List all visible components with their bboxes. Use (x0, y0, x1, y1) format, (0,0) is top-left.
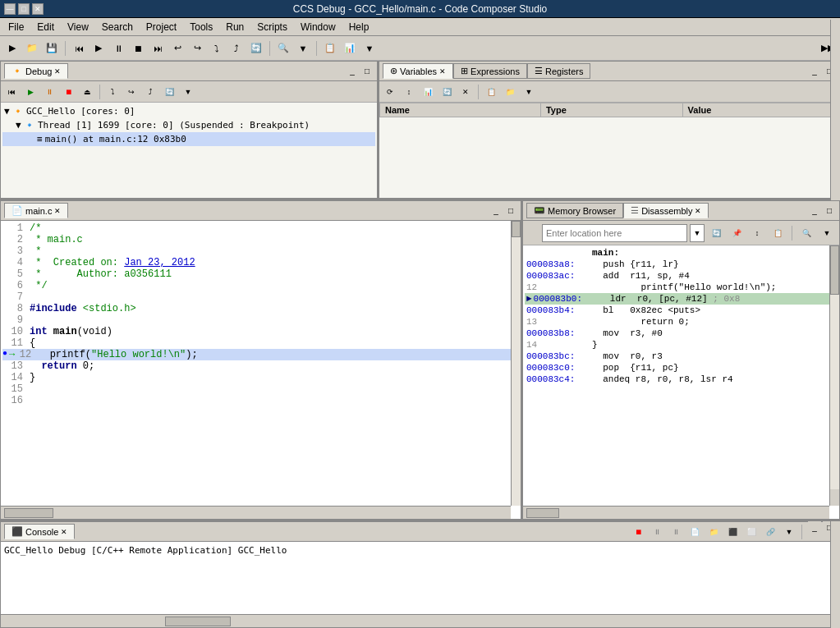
location-dropdown-btn[interactable]: ▼ (690, 224, 705, 242)
editor-minimize-btn[interactable]: _ (489, 204, 503, 218)
code-editor[interactable]: 1 /* 2 * main.c 3 * 4 * Created on: Jan … (1, 221, 521, 519)
console-pause-btn[interactable]: ⏸ (648, 523, 666, 541)
menu-window[interactable]: Window (294, 20, 342, 34)
debug-tb-stop[interactable]: ⏹ (59, 83, 77, 101)
console-stop-btn[interactable]: ⏹ (629, 523, 647, 541)
toolbar-btn-9[interactable]: ↩ (168, 39, 186, 57)
console-minimize-btn[interactable]: _ (808, 521, 821, 534)
debug-minimize-btn[interactable]: _ (346, 65, 359, 78)
menu-file[interactable]: File (2, 20, 30, 34)
disasm-btn3[interactable]: ↕ (748, 224, 766, 242)
mem-maximize-btn[interactable]: □ (823, 204, 836, 218)
editor-vscrollbar[interactable] (511, 221, 521, 506)
editor-hscrollbar[interactable] (1, 506, 511, 519)
debug-tb-step-over[interactable]: ↪ (122, 83, 140, 101)
vars-tb-btn3[interactable]: 📊 (419, 83, 437, 101)
disasm-btn5[interactable]: 🔍 (797, 224, 815, 242)
toolbar-btn-17[interactable]: 📊 (341, 39, 359, 57)
editor-tab[interactable]: 📄 main.c ✕ (4, 203, 68, 218)
toolbar-btn-11[interactable]: ⤵ (208, 39, 226, 57)
menu-run[interactable]: Run (219, 20, 250, 34)
expressions-tab[interactable]: ⊞ Expressions (453, 63, 527, 79)
toolbar-btn-12[interactable]: ⤴ (227, 39, 246, 57)
expand-icon[interactable]: ▼ (4, 106, 12, 117)
disasm-hscrollbar[interactable] (523, 506, 829, 519)
toolbar-btn-8[interactable]: ⏭ (149, 39, 167, 57)
debug-tb-reset[interactable]: 🔄 (160, 83, 178, 101)
disasm-btn1[interactable]: 🔄 (707, 224, 725, 242)
toolbar-btn-10[interactable]: ↪ (188, 39, 206, 57)
editor-close-icon[interactable]: ✕ (54, 207, 61, 215)
console-close-icon[interactable]: ✕ (61, 528, 67, 536)
disasm-line-83bc: 000083bc: mov r0, r3 (525, 351, 838, 362)
console-view-btn[interactable]: ▼ (780, 523, 798, 541)
vars-tb-btn1[interactable]: ⟳ (381, 83, 399, 101)
toolbar-btn-14[interactable]: 🔍 (274, 39, 292, 57)
vars-tb-btn2[interactable]: ↕ (400, 83, 418, 101)
maximize-button[interactable]: □ (18, 3, 30, 15)
vars-tb-btn4[interactable]: 🔄 (438, 83, 456, 101)
menu-help[interactable]: Help (342, 20, 376, 34)
debug-tb-btn1[interactable]: ⏮ (2, 83, 21, 101)
debug-tb-suspend[interactable]: ⏸ (40, 83, 58, 101)
console-clear-btn[interactable]: ⏸ (667, 523, 685, 541)
toolbar-btn-2[interactable]: 📁 (23, 39, 41, 57)
vars-tb-btn8[interactable]: ▼ (520, 83, 538, 101)
disasm-btn2[interactable]: 📌 (728, 224, 746, 242)
vars-minimize-btn[interactable]: _ (808, 65, 821, 78)
disasm-more-btn[interactable]: ▼ (818, 224, 836, 242)
toolbar-btn-15[interactable]: ▼ (294, 39, 312, 57)
toolbar-btn-3[interactable]: 💾 (43, 39, 61, 57)
toolbar-btn-5[interactable]: ▶ (90, 39, 108, 57)
toolbar-btn-7[interactable]: ⏹ (129, 39, 147, 57)
debug-tb-step-return[interactable]: ⤴ (141, 83, 159, 101)
location-input[interactable] (542, 224, 687, 242)
editor-maximize-btn[interactable]: □ (504, 204, 517, 218)
disassembly-close-icon[interactable]: ✕ (695, 207, 701, 215)
menu-tools[interactable]: Tools (183, 20, 219, 34)
variables-tab[interactable]: ⊛ Variables ✕ (383, 63, 453, 79)
tree-item-thread[interactable]: ▼ 🔹 Thread [1] 1699 [core: 0] (Suspended… (2, 118, 375, 132)
vars-tb-btn5[interactable]: ✕ (457, 83, 475, 101)
minimize-button[interactable]: — (4, 3, 16, 15)
memory-browser-tab[interactable]: 📟 Memory Browser (526, 203, 623, 218)
debug-tb-resume[interactable]: ▶ (21, 83, 39, 101)
debug-tb-more[interactable]: ▼ (179, 83, 197, 101)
menu-search[interactable]: Search (95, 20, 140, 34)
console-new-btn[interactable]: 📄 (686, 523, 704, 541)
registers-tab[interactable]: ☰ Registers (527, 63, 590, 79)
menu-scripts[interactable]: Scripts (250, 20, 294, 34)
variables-close-icon[interactable]: ✕ (439, 67, 446, 76)
debug-maximize-btn[interactable]: □ (360, 65, 374, 78)
vars-tb-btn6[interactable]: 📋 (482, 83, 500, 101)
toolbar-btn-16[interactable]: 📋 (321, 39, 339, 57)
tree-item-gcc[interactable]: ▼ 🔸 GCC_Hello [cores: 0] (2, 104, 375, 118)
disasm-tb-dropdown-icon (526, 227, 539, 240)
mem-minimize-btn[interactable]: _ (808, 204, 821, 218)
toolbar-btn-1[interactable]: ▶ (3, 39, 21, 57)
toolbar-btn-18[interactable]: ▼ (360, 39, 379, 57)
debug-close-icon[interactable]: ✕ (54, 67, 61, 76)
console-btn5[interactable]: 🔗 (761, 523, 779, 541)
close-button[interactable]: ✕ (32, 3, 44, 15)
console-hscrollbar[interactable] (1, 614, 839, 627)
toolbar-btn-13[interactable]: 🔄 (247, 39, 265, 57)
console-btn3[interactable]: ⬛ (723, 523, 741, 541)
console-open-btn[interactable]: 📁 (705, 523, 723, 541)
thread-expand-icon[interactable]: ▼ (16, 120, 24, 131)
tree-item-main[interactable]: ≡ main() at main.c:12 0x83b0 (2, 132, 375, 146)
debug-tab[interactable]: 🔸 Debug ✕ (4, 63, 68, 79)
menu-view[interactable]: View (61, 20, 95, 34)
console-tab[interactable]: ⬛ Console ✕ (4, 524, 75, 539)
console-btn4[interactable]: ⬜ (742, 523, 760, 541)
disasm-btn4[interactable]: 📋 (769, 224, 787, 242)
vars-tb-btn7[interactable]: 📁 (501, 83, 519, 101)
disassembly-tab[interactable]: ☰ Disassembly ✕ (623, 203, 709, 218)
menu-edit[interactable]: Edit (30, 20, 61, 34)
menu-project[interactable]: Project (140, 20, 183, 34)
toolbar-btn-6[interactable]: ⏸ (109, 39, 127, 57)
toolbar-btn-4[interactable]: ⏮ (70, 39, 88, 57)
disasm-vscrollbar[interactable] (829, 245, 839, 506)
debug-tb-disconnect[interactable]: ⏏ (78, 83, 96, 101)
debug-tb-step-into[interactable]: ⤵ (103, 83, 122, 101)
